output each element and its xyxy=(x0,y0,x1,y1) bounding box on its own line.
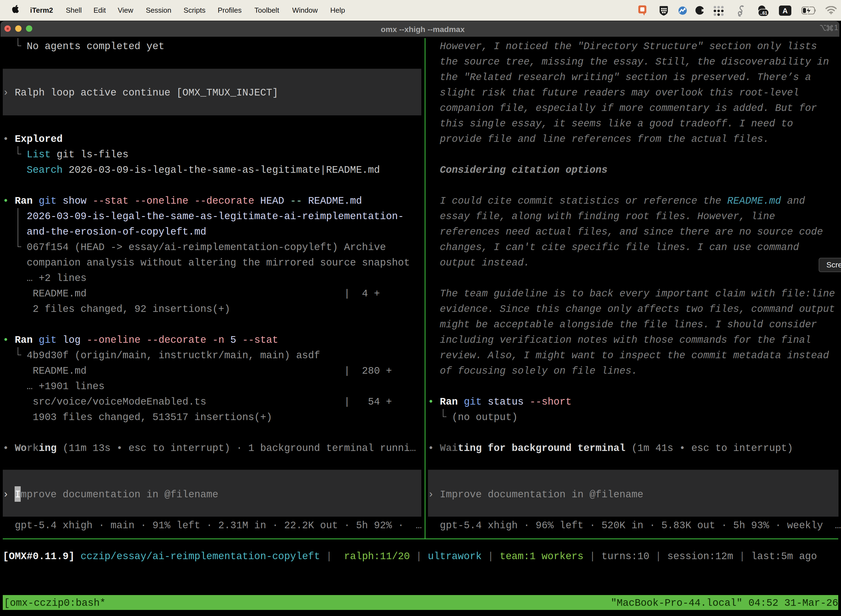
svg-text:1: 1 xyxy=(834,25,838,31)
svg-text:..61: ..61 xyxy=(760,11,767,15)
svg-text:A: A xyxy=(782,7,788,15)
